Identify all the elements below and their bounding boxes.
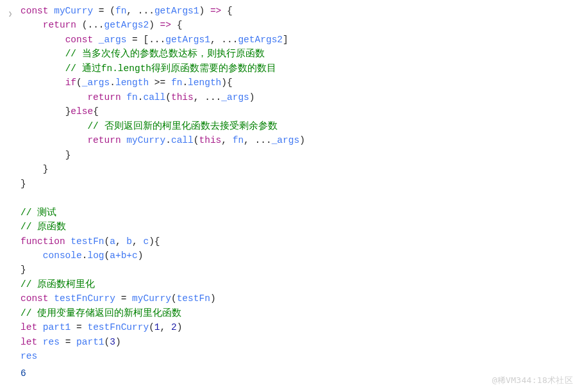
keyword-return: return [43,20,76,30]
output-value: 6 [21,366,582,380]
comment-line: // 否则返回新的柯里化函数去接受剩余参数 [87,121,277,131]
keyword-const: const [21,6,49,16]
keyword-let: let [21,337,37,347]
keyword-else: else [71,106,93,117]
keyword-if: if [65,78,76,88]
param-getargs1: getArgs1 [154,6,199,16]
keyword-function: function [21,236,65,247]
code-block[interactable]: const myCurry = (fn, ...getArgs1) => { r… [21,4,582,364]
param-getargs2: getArgs2 [104,20,149,30]
ident-testfn: testFn [65,236,104,247]
comment-line: // 使用变量存储返回的新柯里化函数 [21,308,181,318]
comment-line: // 原函数 [21,222,66,232]
ident-res: res [37,337,65,347]
ident-part1: part1 [37,322,76,332]
console-input-entry[interactable]: ❯ const myCurry = (fn, ...getArgs1) => {… [0,4,582,364]
comment-line: // 原函数柯里化 [21,279,95,290]
keyword-return: return [87,92,121,102]
comment-line: // 测试 [21,208,56,218]
keyword-this: this [171,92,194,102]
keyword-this: this [199,135,221,145]
keyword-const: const [65,35,94,45]
comment-line: // 通过fn.length得到原函数需要的参数的数目 [65,63,276,74]
comment-line: // 当多次传入的参数总数达标，则执行原函数 [65,49,265,59]
param-fn: fn [115,6,126,16]
keyword-return: return [87,135,121,145]
console-output-entry: 6 [0,366,582,380]
ident-mycurry: myCurry [49,6,99,16]
ident-testfncurry: testFnCurry [49,293,121,304]
ident-res: res [21,351,37,361]
console-panel: ❯ const myCurry = (fn, ...getArgs1) => {… [0,0,582,380]
prompt-icon: ❯ [8,10,13,18]
keyword-let: let [21,322,37,332]
ident-args: _args [93,35,132,45]
input-gutter: ❯ [0,4,21,18]
keyword-const: const [21,293,49,304]
